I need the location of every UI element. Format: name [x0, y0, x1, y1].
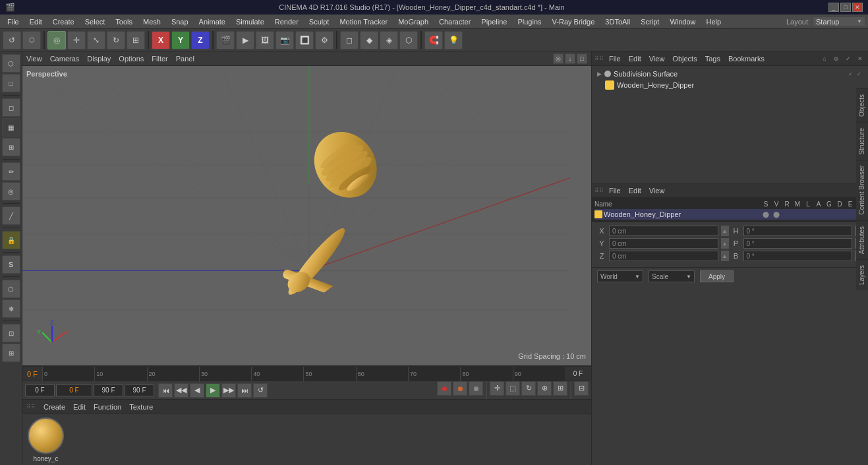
- scale-dropdown[interactable]: Scale ▼: [649, 270, 695, 282]
- spline-button[interactable]: ✏: [2, 162, 20, 181]
- vp-ctrl-2[interactable]: ↓: [565, 53, 575, 64]
- close-button[interactable]: ✕: [852, 3, 863, 12]
- obj-status-1[interactable]: ✓: [846, 70, 854, 78]
- vp-menu-cameras[interactable]: Cameras: [50, 55, 80, 63]
- pb-move-button[interactable]: ✛: [490, 381, 504, 396]
- scene-row-v[interactable]: ⬤: [772, 211, 781, 218]
- obj-item-honey-dipper[interactable]: Wooden_Honey_Dipper: [594, 79, 865, 91]
- lock-button[interactable]: 🔒: [2, 231, 20, 249]
- coord-arrow-y-pos[interactable]: ▲: [721, 238, 729, 249]
- obj-icon-2[interactable]: ⊕: [831, 53, 842, 64]
- s-button[interactable]: S: [2, 255, 20, 274]
- maximize-button[interactable]: □: [840, 3, 851, 12]
- tab-content-browser[interactable]: Content Browser: [856, 160, 868, 220]
- render-picture-button[interactable]: 🖼: [256, 31, 274, 49]
- viewport-canvas[interactable]: X Y Z Grid Spacing : 10 cm Perspective: [22, 66, 591, 365]
- playback-end2-field[interactable]: 90 F: [125, 385, 154, 396]
- playback-current-field[interactable]: 0 F: [56, 385, 92, 396]
- playback-start-field[interactable]: 0 F: [25, 385, 55, 396]
- obj-menu-view[interactable]: View: [647, 55, 668, 63]
- obj-menu-edit[interactable]: Edit: [626, 55, 644, 63]
- attr-menu-edit[interactable]: Edit: [626, 187, 644, 195]
- snap-button[interactable]: 🧲: [424, 31, 443, 49]
- go-to-start-button[interactable]: ⏮: [158, 383, 173, 398]
- pb-rotate-button[interactable]: ↻: [521, 381, 536, 396]
- obj-expand-1[interactable]: ▶: [597, 71, 602, 77]
- vp-menu-display[interactable]: Display: [87, 55, 111, 63]
- obj-menu-objects[interactable]: Objects: [670, 55, 699, 63]
- timeline-track[interactable]: 0 10 20 30 40 50 60 70 80 90: [42, 367, 565, 381]
- transform-tool-button[interactable]: ⊞: [127, 31, 145, 49]
- freeze-button[interactable]: ❄: [2, 299, 20, 318]
- select-tool-button[interactable]: ◎: [47, 31, 66, 49]
- obj-menu-file[interactable]: File: [606, 55, 623, 63]
- light-button[interactable]: 💡: [444, 31, 463, 49]
- pb-settings-button[interactable]: ⊟: [574, 381, 589, 396]
- obj-status-2[interactable]: ✓: [855, 70, 863, 78]
- coord-arrow-x-pos[interactable]: ▲: [721, 226, 729, 236]
- menu-mesh[interactable]: Mesh: [138, 16, 165, 27]
- playback-end1-field[interactable]: 90 F: [94, 385, 123, 396]
- mat-menu-texture[interactable]: Texture: [129, 403, 153, 411]
- play-backwards-button[interactable]: ◀◀: [174, 383, 188, 398]
- magnet-button[interactable]: ⬡: [2, 280, 20, 298]
- tab-structure[interactable]: Structure: [856, 122, 868, 160]
- tab-layers[interactable]: Layers: [856, 259, 868, 290]
- menu-create[interactable]: Create: [48, 16, 79, 27]
- render-setting-button[interactable]: ⚙: [315, 31, 333, 49]
- menu-edit[interactable]: Edit: [25, 16, 47, 27]
- menu-3dtoall[interactable]: 3DToAll: [600, 16, 635, 27]
- menu-sculpt[interactable]: Sculpt: [304, 16, 334, 27]
- menu-character[interactable]: Character: [434, 16, 475, 27]
- menu-render[interactable]: Render: [270, 16, 303, 27]
- menu-help[interactable]: Help: [702, 16, 726, 27]
- world-dropdown[interactable]: World ▼: [597, 270, 643, 282]
- mat-menu-function[interactable]: Function: [94, 403, 121, 411]
- mat-menu-edit[interactable]: Edit: [73, 403, 86, 411]
- polygon-mode-button[interactable]: ⬡: [399, 31, 418, 49]
- apply-button[interactable]: Apply: [700, 270, 734, 282]
- obj-icon-3[interactable]: ✓: [843, 53, 854, 64]
- object-mode-button[interactable]: ◻: [340, 31, 359, 49]
- line-tool-button[interactable]: ╱: [2, 206, 20, 225]
- tab-objects[interactable]: Objects: [856, 88, 868, 122]
- checker-button[interactable]: ▦: [2, 118, 20, 137]
- pb-select-button[interactable]: ⬚: [506, 381, 520, 396]
- menu-script[interactable]: Script: [636, 16, 664, 27]
- record-active-button[interactable]: ⏺: [453, 381, 467, 396]
- mat-menu-create[interactable]: Create: [43, 403, 65, 411]
- vp-menu-options[interactable]: Options: [119, 55, 144, 63]
- play-button[interactable]: ▶: [206, 383, 220, 398]
- go-to-end-button[interactable]: ⏭: [237, 383, 252, 398]
- next-frame-button[interactable]: ▶▶: [221, 383, 236, 398]
- record-all-button[interactable]: ⏺: [469, 381, 483, 396]
- menu-simulate[interactable]: Simulate: [231, 16, 269, 27]
- vp-menu-filter[interactable]: Filter: [152, 55, 167, 63]
- attr-menu-file[interactable]: File: [606, 187, 623, 195]
- pb-scale2-button[interactable]: ⊕: [537, 381, 552, 396]
- vp-menu-view[interactable]: View: [26, 55, 42, 63]
- viewport-render-button[interactable]: 🎬: [216, 31, 235, 49]
- render-to-po-button[interactable]: 🔳: [295, 31, 314, 49]
- vp-ctrl-1[interactable]: ◎: [553, 53, 564, 64]
- vp-menu-panel[interactable]: Panel: [176, 55, 194, 63]
- coord-field-x-pos[interactable]: 0 cm: [609, 226, 718, 236]
- camera-button[interactable]: □: [2, 74, 20, 92]
- obj-icon-4[interactable]: ✕: [855, 53, 865, 64]
- y-axis-button[interactable]: Y: [171, 31, 190, 49]
- tab-attributes[interactable]: Attributes: [856, 220, 868, 259]
- material-item[interactable]: honey_c: [28, 418, 64, 462]
- extra2-button[interactable]: ⊞: [2, 344, 20, 362]
- minimize-button[interactable]: _: [828, 3, 839, 12]
- redo-button[interactable]: ⬡: [22, 31, 41, 49]
- menu-select[interactable]: Select: [80, 16, 110, 27]
- edge-mode-button[interactable]: ◈: [380, 31, 398, 49]
- new-scene-button[interactable]: ⬡: [2, 54, 20, 73]
- render-ir-button[interactable]: 📷: [275, 31, 294, 49]
- coord-field-y-pos[interactable]: 0 cm: [609, 238, 718, 249]
- coord-field-b[interactable]: 0 °: [743, 251, 853, 261]
- coord-arrow-z-pos[interactable]: ▲: [721, 251, 729, 261]
- attr-menu-view[interactable]: View: [647, 187, 668, 195]
- point-mode-button[interactable]: ◆: [360, 31, 378, 49]
- menu-window[interactable]: Window: [665, 16, 700, 27]
